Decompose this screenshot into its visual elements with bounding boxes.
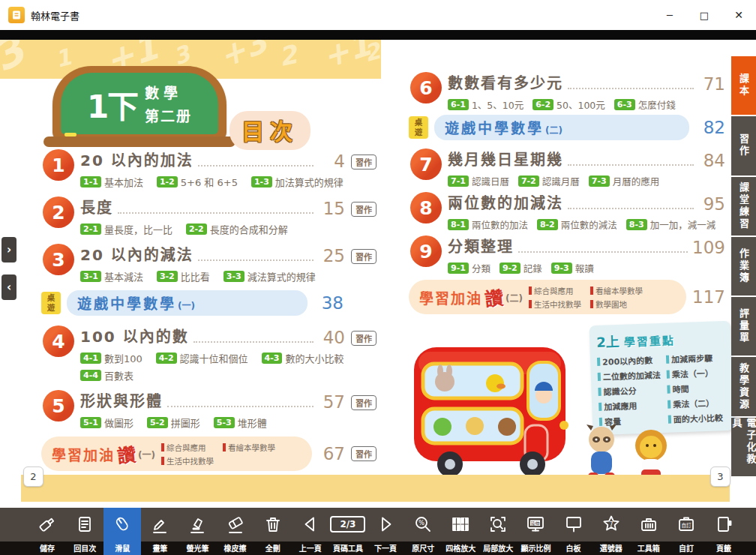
page-number-indicator[interactable]: 2/3 — [330, 516, 365, 532]
toolbar-whiteboard-button[interactable]: 白板 — [555, 508, 592, 555]
chapter-title[interactable]: 形狀與形體 — [80, 389, 163, 411]
workbook-badge[interactable]: 習作 — [351, 154, 376, 170]
toc-chapter-row[interactable]: 8 兩位數的加減法 95 8-1 兩位數的加法 8-2 兩位數的減法 8-3 加… — [409, 191, 725, 232]
toolbar-prev-button[interactable]: 上一頁 — [292, 508, 329, 555]
boost-row[interactable]: 學習加油 讚 (二) 綜合與應用生活中找數學看繪本學數學數學園地 117 — [409, 280, 725, 314]
toolbar-mouse-button[interactable]: 滑鼠 — [104, 508, 141, 555]
section-item[interactable]: 4-1 數到100 — [80, 351, 153, 365]
section-item[interactable]: 8-3 加一加，減一減 — [626, 218, 722, 232]
section-item[interactable]: 4-4 百數表 — [80, 368, 144, 382]
section-item[interactable]: 6-2 50、100元 — [532, 98, 611, 112]
toc-chapter-row[interactable]: 6 數數看有多少元 71 6-1 1、5、10元 6-2 50、100元 6-3… — [409, 71, 725, 112]
toc-chapter-row[interactable]: 5 形狀與形體 57 習作 5-1 做圖形 5-2 拼圖形 5-3 堆形體 — [41, 389, 376, 430]
toolbar-usb-save-button[interactable]: 儲存 — [28, 508, 66, 555]
workbook-badge[interactable]: 習作 — [351, 202, 376, 217]
section-item[interactable]: 6-1 1、5、10元 — [448, 98, 530, 112]
chapter-page-number[interactable]: 71 — [698, 76, 725, 93]
workbook-badge[interactable]: 習作 — [351, 395, 376, 410]
chapter-title[interactable]: 20 以內的加法 — [80, 148, 194, 170]
toolbar-zoom-area-button[interactable]: 局部放大 — [479, 508, 517, 555]
toolbar-highlighter-button[interactable]: 螢光筆 — [178, 508, 216, 555]
toolbar-reward-star-button[interactable]: 7 選號器 — [592, 508, 630, 555]
section-item[interactable]: 5-1 做圖形 — [80, 416, 144, 430]
board-game-title[interactable]: 遊戲中學數學 — [77, 292, 176, 313]
sidebar-tab-課本[interactable]: 課本 — [731, 56, 756, 115]
section-item[interactable]: 4-3 數的大小比較 — [262, 351, 355, 365]
chapter-page-number[interactable]: 40 — [318, 329, 345, 346]
workbook-badge[interactable]: 習作 — [351, 249, 376, 264]
section-item[interactable]: 1-3 加法算式的規律 — [251, 175, 354, 189]
toolbar-zoom-reset-button[interactable]: % 原尺寸 — [404, 508, 442, 555]
chapter-page-number[interactable]: 84 — [698, 152, 725, 170]
toc-chapter-row[interactable]: 2 長度 15 習作 2-1 量長度，比一比 2-2 長度的合成和分解 — [41, 196, 376, 236]
board-game-page-number[interactable]: 82 — [698, 118, 725, 137]
board-game-title[interactable]: 遊戲中學數學 — [445, 117, 544, 137]
page-number-badge-right[interactable]: 3 — [710, 466, 730, 487]
section-item[interactable]: 2-1 量長度，比一比 — [80, 222, 183, 236]
sidebar-tab-評量單[interactable]: 評量單 — [731, 297, 756, 356]
boost-row[interactable]: 學習加油 讚 (一) 綜合與應用生活中找數學看繪本學數學 67 習作 — [41, 436, 376, 471]
chapter-title[interactable]: 幾月幾日星期幾 — [448, 148, 563, 170]
close-button[interactable]: ✕ — [722, 0, 756, 30]
workbook-badge[interactable]: 習作 — [351, 331, 376, 346]
section-item[interactable]: 7-2 認識月曆 — [518, 174, 586, 188]
sidebar-tab-教學資源[interactable]: 教學資源 — [731, 357, 756, 416]
toc-chapter-row[interactable]: 9 分類整理 109 9-1 分類 9-2 記錄 9-3 報讀 — [409, 235, 725, 275]
board-game-row[interactable]: 桌遊 遊戲中學數學 (一) 38 — [41, 290, 376, 316]
toc-chapter-row[interactable]: 1 20 以內的加法 4 習作 1-1 基本加法 1-2 5+6 和 6+5 1… — [41, 148, 376, 189]
section-item[interactable]: 1-2 5+6 和 6+5 — [157, 175, 248, 189]
boost-page-number[interactable]: 117 — [692, 287, 725, 307]
panel-collapse-button[interactable]: ‹ — [2, 274, 16, 300]
chapter-title[interactable]: 20 以內的減法 — [80, 243, 194, 265]
chapter-page-number[interactable]: 15 — [318, 200, 345, 218]
boost-page-number[interactable]: 67 — [318, 444, 345, 464]
toolbar-trash-button[interactable]: 全刪 — [254, 508, 292, 555]
toolbar-display-ratio-button[interactable]: 延伸 顯示比例 — [517, 508, 554, 555]
toolbar-pen-button[interactable]: 畫筆 — [141, 508, 178, 555]
toc-chapter-row[interactable]: 4 100 以內的數 40 習作 4-1 數到100 4-2 認識十位和個位 4… — [41, 325, 376, 382]
section-item[interactable]: 3-3 減法算式的規律 — [224, 269, 326, 284]
sidebar-tab-電子化教具[interactable]: 電子化教具 — [731, 418, 756, 476]
chapter-title[interactable]: 分類整理 — [448, 235, 514, 256]
section-item[interactable]: 7-1 認識日曆 — [448, 174, 515, 188]
minimize-button[interactable]: ─ — [652, 0, 687, 30]
section-item[interactable]: 1-1 基本加法 — [80, 175, 154, 189]
section-item[interactable]: 3-2 比比看 — [157, 269, 220, 284]
section-item[interactable]: 5-2 拼圖形 — [147, 416, 211, 430]
chapter-page-number[interactable]: 57 — [318, 394, 345, 411]
section-item[interactable]: 9-2 記錄 — [500, 261, 548, 275]
toolbar-custom-button[interactable]: 自訂 自訂 — [668, 508, 705, 555]
section-item[interactable]: 5-3 堆形體 — [214, 416, 278, 430]
toolbar-toc-button[interactable]: 回目次 — [66, 508, 104, 555]
sidebar-tab-課堂練習[interactable]: 課堂練習 — [731, 177, 756, 236]
chapter-page-number[interactable]: 25 — [318, 248, 345, 265]
section-item[interactable]: 6-3 怎麼付錢 — [614, 98, 682, 112]
workbook-badge[interactable]: 習作 — [351, 446, 376, 461]
sidebar-tab-習作[interactable]: 習作 — [731, 116, 756, 175]
toolbar-toolbox-button[interactable]: 工具箱 — [630, 508, 668, 555]
toolbar-eraser-button[interactable]: 橡皮擦 — [217, 508, 254, 555]
chapter-title[interactable]: 數數看有多少元 — [448, 71, 563, 93]
section-item[interactable]: 3-1 基本減法 — [80, 269, 154, 284]
section-item[interactable]: 8-2 兩位數的減法 — [537, 218, 623, 232]
chapter-page-number[interactable]: 95 — [698, 196, 725, 213]
board-game-row[interactable]: 桌遊 遊戲中學數學 (二) 82 — [409, 115, 725, 140]
sidebar-tab-作業簿[interactable]: 作業簿 — [731, 237, 756, 296]
toc-chapter-row[interactable]: 3 20 以內的減法 25 習作 3-1 基本減法 3-2 比比看 3-3 減法… — [41, 243, 376, 284]
toolbar-grid4-button[interactable]: 四格放大 — [442, 508, 479, 555]
maximize-button[interactable]: □ — [687, 0, 722, 30]
chapter-title[interactable]: 長度 — [80, 196, 113, 218]
chapter-title[interactable]: 100 以內的數 — [80, 325, 189, 346]
toc-chapter-row[interactable]: 7 幾月幾日星期幾 84 7-1 認識日曆 7-2 認識月曆 7-3 月曆的應用 — [409, 148, 725, 188]
chapter-page-number[interactable]: 4 — [318, 153, 345, 170]
section-item[interactable]: 8-1 兩位數的加法 — [448, 218, 534, 232]
toolbar-page-box-button[interactable]: 2/3 頁碼工具 — [329, 508, 367, 555]
chapter-title[interactable]: 兩位數的加減法 — [448, 191, 563, 213]
section-item[interactable]: 4-2 認識十位和個位 — [156, 351, 259, 365]
board-game-page-number[interactable]: 38 — [316, 293, 344, 313]
panel-expand-button[interactable]: › — [2, 237, 16, 262]
toolbar-page-tab-button[interactable]: 頁籤 — [705, 508, 742, 555]
chapter-page-number[interactable]: 109 — [692, 239, 725, 256]
toolbar-next-button[interactable]: 下一頁 — [367, 508, 404, 555]
section-item[interactable]: 2-2 長度的合成和分解 — [186, 222, 298, 236]
